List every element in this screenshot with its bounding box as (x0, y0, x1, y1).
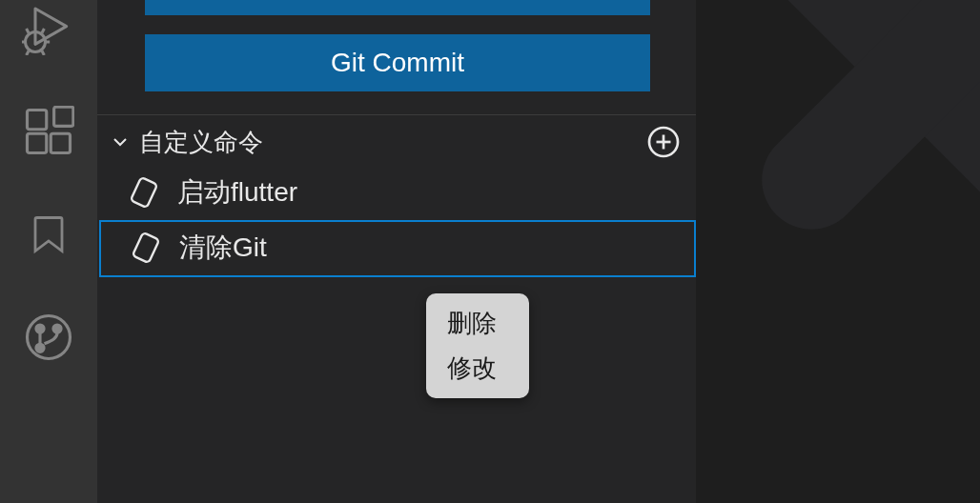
bookmark-icon[interactable] (22, 211, 75, 258)
svg-line-2 (42, 29, 44, 33)
svg-rect-9 (51, 133, 70, 152)
command-icon (130, 231, 162, 264)
git-commit-button[interactable]: Git Commit (145, 34, 650, 91)
button-area: Git Commit (97, 0, 696, 114)
sidebar: Git Commit 自定义命令 启动flu (97, 0, 696, 503)
watermark-x-icon (734, 0, 980, 257)
svg-rect-10 (54, 107, 73, 126)
command-item-label: 清除Git (179, 230, 267, 266)
command-item-cleargit[interactable]: 清除Git (99, 220, 696, 277)
editor-area (696, 0, 980, 503)
svg-point-14 (36, 344, 44, 352)
svg-point-13 (53, 325, 61, 332)
top-partial-button[interactable] (145, 0, 650, 15)
debug-icon[interactable] (22, 5, 75, 52)
chevron-down-icon (109, 131, 132, 153)
svg-line-5 (27, 50, 29, 55)
svg-line-1 (27, 29, 29, 33)
command-item-flutter[interactable]: 启动flutter (97, 167, 696, 220)
command-icon (128, 176, 160, 209)
custom-commands-header[interactable]: 自定义命令 (97, 114, 696, 167)
context-menu-delete[interactable]: 删除 (426, 301, 529, 346)
command-list: 启动flutter 清除Git (97, 167, 696, 277)
git-branch-icon[interactable] (22, 313, 75, 361)
context-menu: 删除 修改 (426, 293, 529, 398)
svg-rect-18 (131, 177, 157, 208)
svg-point-12 (36, 325, 44, 332)
add-command-button[interactable] (646, 125, 681, 159)
extensions-icon[interactable] (22, 108, 75, 155)
svg-rect-8 (28, 133, 47, 152)
section-title: 自定义命令 (139, 126, 263, 159)
command-item-label: 启动flutter (177, 174, 297, 211)
context-menu-modify[interactable]: 修改 (426, 346, 529, 391)
activity-bar (0, 0, 97, 503)
svg-point-11 (28, 316, 71, 359)
svg-rect-7 (28, 111, 47, 130)
svg-line-6 (42, 50, 44, 55)
svg-rect-19 (133, 232, 159, 263)
